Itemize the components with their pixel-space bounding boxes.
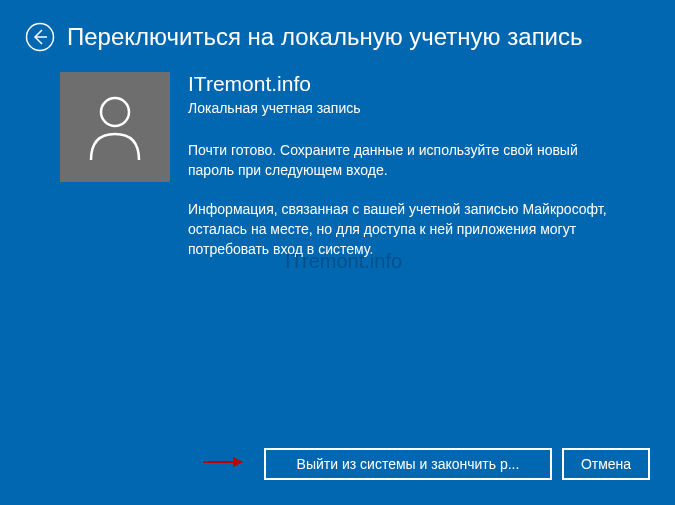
svg-point-2 (101, 98, 129, 126)
cancel-button[interactable]: Отмена (562, 448, 650, 480)
svg-marker-4 (233, 457, 243, 467)
signout-and-finish-button[interactable]: Выйти из системы и закончить р... (264, 448, 552, 480)
account-type: Локальная учетная запись (188, 100, 610, 116)
indicator-arrow-icon (203, 454, 243, 472)
back-button[interactable] (25, 22, 55, 52)
page-title: Переключиться на локальную учетную запис… (67, 23, 583, 51)
message-paragraph-2: Информация, связанная с вашей учетной за… (188, 199, 610, 260)
message-paragraph-1: Почти готово. Сохраните данные и использ… (188, 140, 610, 181)
account-name: ITremont.info (188, 72, 610, 96)
user-icon (85, 92, 145, 162)
back-arrow-icon (25, 22, 55, 52)
avatar (60, 72, 170, 182)
